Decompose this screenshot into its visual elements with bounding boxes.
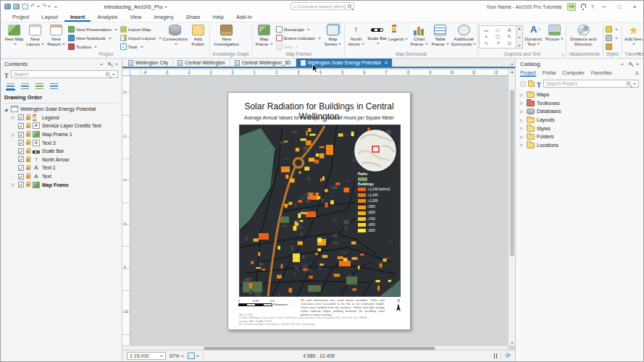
notifications-icon[interactable] bbox=[581, 4, 586, 8]
snapping-toggle[interactable] bbox=[188, 353, 199, 359]
extent-indicator-button[interactable]: Extent Indicator bbox=[275, 34, 322, 42]
add-folder-button[interactable]: Add Folder bbox=[188, 23, 209, 46]
home-folder-icon[interactable] bbox=[528, 82, 535, 87]
rectangle-button[interactable]: Rectangle bbox=[275, 25, 322, 33]
tab-share[interactable]: Share bbox=[180, 12, 206, 22]
help-icon[interactable]: ? bbox=[591, 4, 594, 10]
contents-search-input[interactable]: Search bbox=[11, 70, 118, 78]
connections-button[interactable]: Connections bbox=[163, 23, 188, 46]
service-layer-credits[interactable]: March 2021 Credits: Wellington City Coun… bbox=[239, 313, 377, 326]
refresh-view-icon[interactable]: ⟳ bbox=[505, 353, 511, 359]
visibility-checkbox[interactable]: ✓ bbox=[18, 165, 24, 171]
filter-icon[interactable] bbox=[4, 73, 9, 76]
visibility-checkbox[interactable]: ✓ bbox=[18, 114, 24, 120]
list-item-credits-text[interactable]: ✓AService Layer Credits Text bbox=[4, 122, 118, 130]
account-name[interactable]: Your Name - ArcGIS Pro Tutorials bbox=[486, 4, 561, 9]
lock-icon[interactable] bbox=[26, 133, 30, 137]
expand-icon[interactable]: ▷ bbox=[520, 135, 524, 139]
visibility-checkbox[interactable]: ✓ bbox=[18, 132, 24, 138]
catalog-item-layouts[interactable]: ▷Layouts bbox=[520, 116, 639, 125]
lock-icon[interactable] bbox=[26, 151, 30, 154]
visibility-checkbox[interactable]: ✓ bbox=[18, 123, 24, 129]
toolbox-button[interactable]: Toolbox bbox=[67, 43, 119, 51]
tab-imagery[interactable]: Imagery bbox=[148, 12, 179, 22]
new-investigation-button[interactable]: New Investigation bbox=[211, 23, 243, 46]
catalog-search-input[interactable]: Search Project bbox=[543, 80, 639, 88]
list-item-text-1[interactable]: ✓AText 1 bbox=[4, 164, 118, 172]
tab-overflow-icon[interactable] bbox=[509, 62, 514, 67]
gallery-item-icon[interactable]: ∿ bbox=[484, 41, 488, 46]
map-scale-combobox[interactable]: 1:15,000 bbox=[127, 352, 166, 360]
catalog-item-styles[interactable]: ▷Styles bbox=[520, 124, 639, 132]
chart-frame-button[interactable]: Chart Frame bbox=[409, 23, 430, 46]
visibility-checkbox[interactable]: ✓ bbox=[18, 140, 24, 146]
scroll-up-icon[interactable] bbox=[511, 71, 514, 73]
filter-icon[interactable] bbox=[537, 83, 541, 85]
list-by-drawing-order-icon[interactable] bbox=[6, 82, 15, 90]
list-item-map-frame[interactable]: ▷✓Map Frame bbox=[4, 180, 118, 189]
visibility-checkbox[interactable]: ✓ bbox=[18, 182, 24, 188]
minimize-button[interactable]: ─ bbox=[599, 4, 609, 10]
style-gallery-2-button[interactable] bbox=[604, 34, 619, 42]
tab-insert[interactable]: Insert bbox=[64, 12, 91, 22]
distance-direction-button[interactable]: Distance and Direction bbox=[567, 23, 599, 46]
scroll-down-icon[interactable] bbox=[511, 342, 514, 344]
list-item-north-arrow[interactable]: ✓↑North Arrow bbox=[4, 156, 118, 164]
view-tab-central-wellington[interactable]: Central Wellington bbox=[173, 59, 230, 67]
map-series-button[interactable]: Map Series bbox=[322, 23, 343, 46]
visibility-checkbox[interactable]: ✓ bbox=[18, 156, 24, 162]
gallery-item-icon[interactable]: ✎ bbox=[507, 34, 511, 40]
expand-icon[interactable]: ▷ bbox=[520, 93, 524, 97]
gallery-item-icon[interactable]: ⬡ bbox=[495, 34, 500, 40]
gallery-scroll[interactable] bbox=[517, 25, 523, 49]
catalog-item-maps[interactable]: ▷Maps bbox=[520, 90, 639, 99]
close-view-icon[interactable]: × bbox=[385, 60, 388, 65]
layout-root-item[interactable]: ◢ Wellington Solar Energy Potential bbox=[4, 105, 118, 114]
pin-icon[interactable] bbox=[629, 62, 632, 65]
tab-layout[interactable]: Layout bbox=[35, 12, 64, 22]
visibility-checkbox[interactable]: ✓ bbox=[18, 174, 24, 180]
tab-view[interactable]: View bbox=[124, 12, 147, 22]
list-item-legend[interactable]: ▷✓Legend bbox=[4, 114, 118, 122]
new-notebook-button[interactable]: New Notebook bbox=[67, 34, 119, 42]
new-map-button[interactable]: New Map bbox=[4, 23, 25, 46]
dynamic-text-button[interactable]: ADynamic Text bbox=[523, 23, 544, 46]
expand-icon[interactable]: ▷ bbox=[12, 115, 16, 119]
view-tab-wellington-city[interactable]: Wellington City bbox=[124, 59, 173, 67]
expand-icon[interactable]: ▷ bbox=[520, 143, 524, 147]
close-pane-icon[interactable]: × bbox=[115, 62, 118, 67]
north-arrow-button[interactable]: ↑North Arrow bbox=[346, 23, 367, 46]
graphics-gallery[interactable]: ▭⬭A⌖⬡✎∿↗⊙ bbox=[479, 23, 523, 49]
list-by-editing-icon[interactable] bbox=[49, 82, 59, 90]
view-tab-central-wellington-3d[interactable]: Central Wellington_3D bbox=[230, 59, 296, 67]
list-by-element-type-icon[interactable] bbox=[20, 82, 30, 90]
maximize-button[interactable]: □ bbox=[614, 4, 624, 10]
expand-icon[interactable]: ▷ bbox=[520, 101, 524, 105]
gallery-item-icon[interactable]: ⬭ bbox=[495, 28, 500, 33]
collapse-ribbon-button[interactable] bbox=[636, 51, 640, 56]
list-by-snapping-icon[interactable] bbox=[35, 82, 44, 90]
close-pane-icon[interactable]: × bbox=[636, 62, 639, 67]
north-arrow-element[interactable]: N bbox=[394, 300, 403, 313]
catalog-tab-portal[interactable]: Portal bbox=[543, 70, 556, 77]
account-avatar[interactable]: YN bbox=[567, 3, 576, 11]
tab-addin[interactable]: Add-In bbox=[230, 12, 258, 22]
lock-icon[interactable] bbox=[26, 184, 30, 188]
new-project-icon[interactable] bbox=[22, 4, 28, 9]
catalog-item-folders[interactable]: ▷Folders bbox=[520, 132, 639, 141]
expand-icon[interactable]: ▷ bbox=[12, 132, 16, 137]
table-frame-button[interactable]: Table Frame bbox=[430, 23, 451, 46]
tab-analysis[interactable]: Analysis bbox=[91, 12, 123, 22]
legend-button[interactable]: Legend bbox=[388, 23, 409, 41]
layout-canvas[interactable]: Solar Radiation for Buildings in Central… bbox=[130, 76, 508, 345]
pane-menu-icon[interactable] bbox=[99, 61, 103, 67]
scale-bar-button[interactable]: Scale Bar bbox=[367, 23, 388, 46]
view-tab-wellington-solar-active[interactable]: Wellington Solar Energy Potential× bbox=[296, 59, 393, 67]
catalog-tab-computer[interactable]: Computer bbox=[562, 70, 585, 77]
pause-drawing-icon[interactable] bbox=[494, 353, 498, 358]
zoom-level[interactable]: 67% bbox=[170, 353, 184, 358]
gallery-item-icon[interactable]: ▭ bbox=[484, 28, 489, 33]
grid-button[interactable]: Grid bbox=[275, 43, 322, 51]
list-item-scale-bar[interactable]: ✓Scale Bar bbox=[4, 147, 118, 156]
add-item-button[interactable]: ★Add Item bbox=[623, 23, 643, 46]
